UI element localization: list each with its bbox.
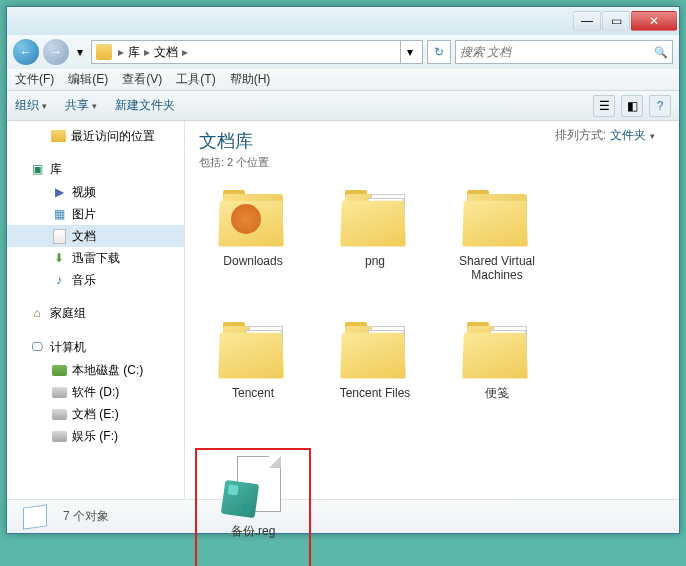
menu-view[interactable]: 查看(V) <box>122 71 162 88</box>
document-icon <box>51 228 67 244</box>
item-label: Downloads <box>223 254 282 268</box>
registry-file-icon <box>221 456 285 520</box>
homegroup-icon: ⌂ <box>29 305 45 321</box>
item-label: Shared Virtual Machines <box>442 254 552 283</box>
breadcrumb-dropdown[interactable]: ▾ <box>400 41 418 63</box>
menu-help[interactable]: 帮助(H) <box>230 71 271 88</box>
folder-icon <box>461 322 533 380</box>
folder-item[interactable]: png <box>317 184 433 308</box>
recent-icon <box>51 130 66 142</box>
item-label: png <box>365 254 385 268</box>
maximize-button[interactable]: ▭ <box>602 11 630 31</box>
drive-icon <box>51 428 67 444</box>
folder-icon <box>217 322 289 380</box>
folder-item[interactable]: 便笺 <box>439 316 555 440</box>
back-button[interactable]: ← <box>13 39 39 65</box>
library-icon: ▣ <box>29 161 45 177</box>
video-icon: ▶ <box>51 184 67 200</box>
body: 最近访问的位置 ▣库 ▶视频 ▦图片 文档 ⬇迅雷下载 ♪音乐 ⌂家庭组 🖵计算… <box>7 121 679 499</box>
sort-label: 排列方式: <box>555 127 606 144</box>
sidebar: 最近访问的位置 ▣库 ▶视频 ▦图片 文档 ⬇迅雷下载 ♪音乐 ⌂家庭组 🖵计算… <box>7 121 185 499</box>
sidebar-item-drive-d[interactable]: 软件 (D:) <box>7 381 184 403</box>
folder-icon <box>339 322 411 380</box>
chevron-down-icon: ▾ <box>42 101 47 111</box>
file-item-reg[interactable]: 备份.reg <box>195 448 311 566</box>
sidebar-item-music[interactable]: ♪音乐 <box>7 269 184 291</box>
nav-row: ← → ▾ ▸ 库 ▸ 文档 ▸ ▾ ↻ 🔍 <box>7 35 679 69</box>
sidebar-item-download[interactable]: ⬇迅雷下载 <box>7 247 184 269</box>
library-icon <box>96 44 112 60</box>
chevron-down-icon: ▾ <box>650 131 655 141</box>
sidebar-item-video[interactable]: ▶视频 <box>7 181 184 203</box>
folder-item[interactable]: Shared Virtual Machines <box>439 184 555 308</box>
explorer-window: — ▭ ✕ ← → ▾ ▸ 库 ▸ 文档 ▸ ▾ ↻ 🔍 文件(F) 编辑(E)… <box>6 6 680 534</box>
sidebar-item-drive-f[interactable]: 娱乐 (F:) <box>7 425 184 447</box>
item-label: 便笺 <box>485 386 509 400</box>
folder-item[interactable]: Tencent <box>195 316 311 440</box>
menubar: 文件(F) 编辑(E) 查看(V) 工具(T) 帮助(H) <box>7 69 679 91</box>
minimize-button[interactable]: — <box>573 11 601 31</box>
refresh-button[interactable]: ↻ <box>427 40 451 64</box>
items-grid: Downloads png Shared Virtual Machines Te… <box>185 176 679 566</box>
help-button[interactable]: ? <box>649 95 671 117</box>
computer-icon: 🖵 <box>29 339 45 355</box>
sidebar-item-pictures[interactable]: ▦图片 <box>7 203 184 225</box>
chevron-right-icon: ▸ <box>144 45 150 59</box>
status-text: 7 个对象 <box>63 508 109 525</box>
search-input[interactable] <box>460 45 654 59</box>
breadcrumb[interactable]: ▸ 库 ▸ 文档 ▸ ▾ <box>91 40 423 64</box>
titlebar: — ▭ ✕ <box>7 7 679 35</box>
chevron-right-icon: ▸ <box>182 45 188 59</box>
refresh-icon: ↻ <box>434 45 444 59</box>
music-icon: ♪ <box>51 272 67 288</box>
page-subtitle[interactable]: 包括: 2 个位置 <box>199 155 665 170</box>
sort-control[interactable]: 排列方式: 文件夹 ▾ <box>555 127 655 144</box>
chevron-right-icon: ▸ <box>118 45 124 59</box>
sidebar-item-documents[interactable]: 文档 <box>7 225 184 247</box>
toolbar-right: ☰ ◧ ? <box>593 95 671 117</box>
close-button[interactable]: ✕ <box>631 11 677 31</box>
picture-icon: ▦ <box>51 206 67 222</box>
share-button[interactable]: 共享▾ <box>65 97 97 114</box>
search-box[interactable]: 🔍 <box>455 40 673 64</box>
folder-icon <box>461 190 533 248</box>
forward-button[interactable]: → <box>43 39 69 65</box>
nav-history-dropdown[interactable]: ▾ <box>73 42 87 62</box>
item-label: Tencent Files <box>340 386 411 400</box>
menu-edit[interactable]: 编辑(E) <box>68 71 108 88</box>
menu-file[interactable]: 文件(F) <box>15 71 54 88</box>
drive-icon <box>51 384 67 400</box>
organize-button[interactable]: 组织▾ <box>15 97 47 114</box>
sort-value[interactable]: 文件夹 <box>610 127 646 144</box>
menu-tools[interactable]: 工具(T) <box>176 71 215 88</box>
download-icon: ⬇ <box>51 250 67 266</box>
folder-item[interactable]: Tencent Files <box>317 316 433 440</box>
new-folder-button[interactable]: 新建文件夹 <box>115 97 175 114</box>
sidebar-item-recent[interactable]: 最近访问的位置 <box>7 125 184 147</box>
folder-icon <box>217 190 289 248</box>
sidebar-group-homegroup[interactable]: ⌂家庭组 <box>7 301 184 325</box>
status-icon <box>19 504 51 530</box>
sidebar-item-drive-e[interactable]: 文档 (E:) <box>7 403 184 425</box>
search-icon: 🔍 <box>654 46 668 59</box>
folder-item[interactable]: Downloads <box>195 184 311 308</box>
drive-icon <box>51 362 67 378</box>
chevron-down-icon: ▾ <box>92 101 97 111</box>
view-options-button[interactable]: ☰ <box>593 95 615 117</box>
toolbar: 组织▾ 共享▾ 新建文件夹 ☰ ◧ ? <box>7 91 679 121</box>
content-pane: 文档库 包括: 2 个位置 排列方式: 文件夹 ▾ Downloads png <box>185 121 679 499</box>
folder-icon <box>339 190 411 248</box>
preview-pane-button[interactable]: ◧ <box>621 95 643 117</box>
breadcrumb-item[interactable]: 文档 <box>152 43 180 62</box>
sidebar-group-computer[interactable]: 🖵计算机 <box>7 335 184 359</box>
item-label: Tencent <box>232 386 274 400</box>
drive-icon <box>51 406 67 422</box>
sidebar-item-drive-c[interactable]: 本地磁盘 (C:) <box>7 359 184 381</box>
item-label: 备份.reg <box>231 524 276 538</box>
breadcrumb-item[interactable]: 库 <box>126 43 142 62</box>
sidebar-group-libraries[interactable]: ▣库 <box>7 157 184 181</box>
